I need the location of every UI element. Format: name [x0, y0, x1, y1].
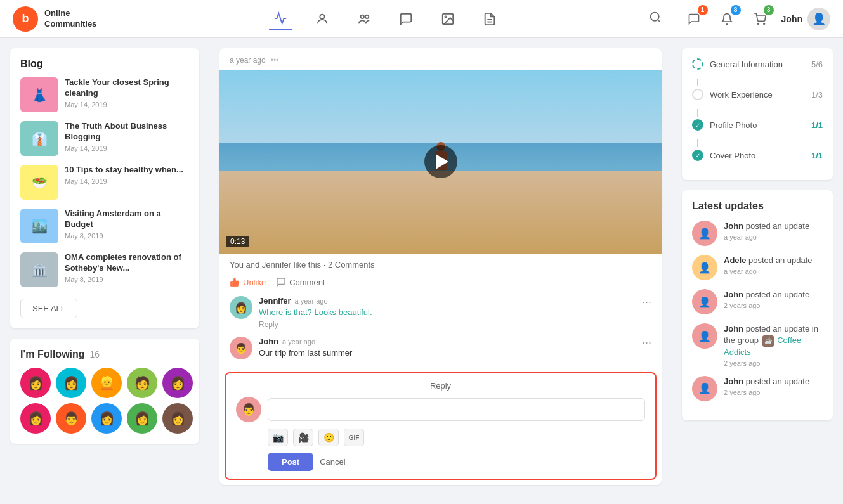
comment-button[interactable]: Comment	[276, 275, 325, 290]
nav-messages-icon[interactable]	[395, 8, 417, 30]
post-card: a year ago ••• 0:13	[219, 48, 662, 485]
blog-item-title-0: Tackle Your closest Spring cleaning	[65, 77, 189, 99]
cancel-reply-button[interactable]: Cancel	[320, 457, 345, 467]
following-avatar-9[interactable]: 👩	[162, 403, 193, 434]
comment-0: 👩 Jennifer a year ago Where is that? Loo…	[230, 296, 651, 329]
following-section: I'm Following 16 👩 👩 👱 🧑 👩 👩 👨 👩 👩 👩	[10, 339, 199, 444]
user-menu[interactable]: John 👤	[781, 8, 830, 30]
blog-item-2[interactable]: 🥗 10 Tips to stay healthy when... May 14…	[20, 165, 189, 200]
update-time-0: a year ago	[724, 233, 809, 241]
comment-more-icon-1[interactable]: ···	[642, 337, 651, 359]
video-tool-button[interactable]: 🎥	[293, 429, 313, 446]
svg-line-8	[657, 20, 660, 22]
update-time-1: a year ago	[724, 268, 813, 275]
blog-item-date-1: May 14, 2019	[65, 145, 189, 152]
update-item-2: 👤 John posted an update 2 years ago	[692, 289, 823, 314]
blog-item-0[interactable]: 👗 Tackle Your closest Spring cleaning Ma…	[20, 77, 189, 112]
post-reply-button[interactable]: Post	[268, 453, 313, 471]
blog-item-date-0: May 14, 2019	[65, 101, 189, 108]
nav-media-icon[interactable]	[436, 8, 459, 30]
progress-circle-2: ✓	[692, 119, 703, 131]
progress-score-1: 1/3	[811, 90, 823, 100]
comment-time-1: a year ago	[282, 338, 315, 346]
svg-point-2	[365, 15, 369, 18]
svg-point-1	[361, 15, 365, 18]
comment-author-1: John	[259, 337, 278, 346]
gif-tool-button[interactable]: GIF	[344, 429, 364, 446]
blog-item-3[interactable]: 🏙️ Visiting Amsterdam on a Budget May 8,…	[20, 209, 189, 243]
following-avatar-3[interactable]: 🧑	[127, 368, 157, 398]
updates-card: Latest updates 👤 John posted an update a…	[682, 190, 833, 420]
reply-user-avatar: 👨	[236, 397, 261, 422]
update-avatar-3: 👤	[692, 323, 717, 349]
unlike-button[interactable]: Unlike	[230, 275, 266, 290]
emoji-tool-button[interactable]: 🙂	[318, 429, 339, 446]
user-avatar: 👤	[807, 8, 830, 30]
blog-item-date-4: May 8, 2019	[65, 276, 189, 283]
following-avatar-5[interactable]: 👩	[20, 403, 51, 434]
reply-input[interactable]	[268, 398, 645, 421]
user-name: John	[781, 14, 802, 24]
photo-tool-button[interactable]: 📷	[268, 429, 288, 446]
update-item-0: 👤 John posted an update a year ago	[692, 221, 823, 246]
nav-docs-icon[interactable]	[478, 8, 501, 30]
comment-more-icon-0[interactable]: ···	[642, 296, 651, 329]
progress-score-0: 5/6	[811, 60, 823, 69]
following-avatar-0[interactable]: 👩	[20, 368, 51, 398]
main-layout: Blog 👗 Tackle Your closest Spring cleani…	[0, 38, 843, 504]
following-grid: 👩 👩 👱 🧑 👩 👩 👨 👩 👩 👩	[20, 368, 189, 434]
comment-reply-0[interactable]: Reply	[259, 320, 278, 329]
logo[interactable]: b Online Communities	[13, 6, 96, 32]
blog-item-4[interactable]: 🏛️ OMA completes renovation of Sotheby's…	[20, 252, 189, 287]
logo-icon: b	[13, 6, 38, 32]
comment-author-0: Jennifer	[259, 296, 291, 306]
following-avatar-8[interactable]: 👩	[127, 403, 157, 434]
update-item-4: 👤 John posted an update 2 years ago	[692, 376, 823, 401]
main-nav	[122, 8, 648, 30]
comment-avatar-0: 👩	[230, 296, 252, 319]
post-actions: You and Jennifer like this · 2 Comments …	[219, 254, 662, 296]
update-avatar-4: 👤	[692, 376, 717, 401]
comment-text-1: Our trip from last summer	[259, 348, 636, 358]
cart-btn[interactable]: 3	[748, 8, 771, 30]
nav-profile-icon[interactable]	[311, 8, 334, 30]
following-avatar-2[interactable]: 👱	[91, 368, 122, 398]
following-avatar-6[interactable]: 👨	[56, 403, 86, 434]
comment-1: 👨 John a year ago Our trip from last sum…	[230, 337, 651, 359]
following-avatar-7[interactable]: 👩	[91, 403, 122, 434]
logo-text: Online Communities	[44, 8, 96, 30]
nav-groups-icon[interactable]	[353, 8, 376, 30]
reply-tools: 📷 🎥 🙂 GIF	[236, 429, 645, 446]
nav-activity-icon[interactable]	[269, 8, 292, 30]
header-divider	[672, 10, 672, 29]
update-text-3: John posted an update in the group ☕ Cof…	[724, 323, 823, 358]
progress-item-1: Work Experience 1/3	[692, 89, 823, 100]
svg-point-0	[320, 14, 325, 18]
progress-label-3: Cover Photo	[710, 151, 805, 160]
video-container[interactable]: 0:13	[219, 70, 662, 254]
notifications-btn[interactable]: 8	[716, 8, 738, 30]
blog-item-title-1: The Truth About Business Blogging	[65, 121, 189, 143]
blog-section: Blog 👗 Tackle Your closest Spring cleani…	[10, 48, 199, 328]
blog-thumb-3: 🏙️	[20, 209, 58, 243]
play-button[interactable]	[424, 145, 457, 178]
update-avatar-2: 👤	[692, 289, 717, 314]
blog-item-date-2: May 14, 2019	[65, 178, 189, 185]
search-icon[interactable]	[649, 11, 662, 27]
following-avatar-4[interactable]: 👩	[162, 368, 193, 398]
main-content: a year ago ••• 0:13	[209, 38, 672, 504]
blog-item-title-2: 10 Tips to stay healthy when...	[65, 165, 189, 176]
following-avatar-1[interactable]: 👩	[56, 368, 86, 398]
see-all-button[interactable]: SEE ALL	[20, 299, 77, 318]
updates-title: Latest updates	[692, 200, 823, 212]
progress-item-3: ✓ Cover Photo 1/1	[692, 150, 823, 161]
messages-btn[interactable]: 1	[683, 8, 705, 30]
update-time-3: 2 years ago	[724, 359, 823, 367]
comment-time-0: a year ago	[295, 297, 328, 305]
update-time-4: 2 years ago	[724, 389, 809, 396]
update-item-3: 👤 John posted an update in the group ☕ C…	[692, 323, 823, 367]
notifications-badge: 8	[731, 5, 741, 15]
update-text-0: John posted an update	[724, 221, 809, 232]
blog-item-1[interactable]: 👔 The Truth About Business Blogging May …	[20, 121, 189, 156]
progress-label-1: Work Experience	[710, 90, 805, 100]
